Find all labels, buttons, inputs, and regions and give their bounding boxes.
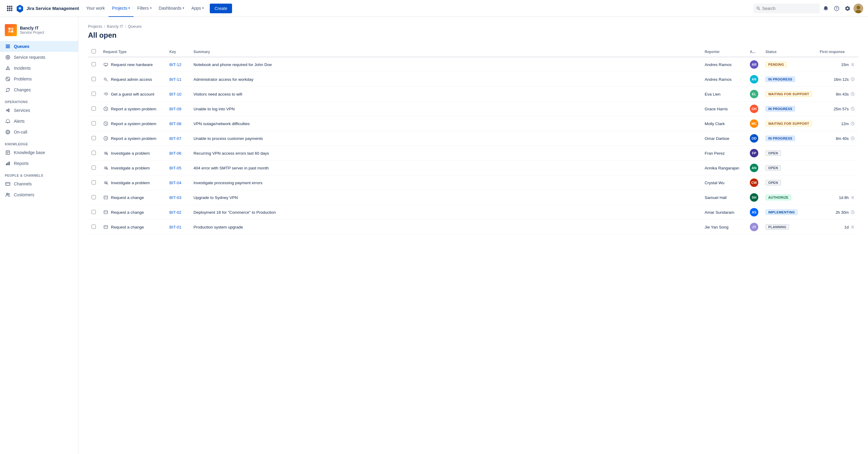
svg-rect-42 [9, 161, 10, 165]
th-reporter[interactable]: Reporter [701, 47, 746, 57]
sidebar-item-service-requests[interactable]: Service requests [0, 52, 78, 63]
th-first-response[interactable]: First response [816, 47, 858, 57]
request-type-icon [103, 195, 108, 200]
sidebar-item-services[interactable]: Services [0, 105, 78, 116]
apps-grid-icon[interactable] [5, 4, 14, 13]
request-type-cell: Report a system problem [99, 116, 166, 131]
th-assignee[interactable]: A... [746, 47, 762, 57]
breadcrumb-projects[interactable]: Projects [88, 24, 102, 29]
nav-dashboards[interactable]: Dashboards ▾ [155, 0, 188, 17]
sidebar-item-reports[interactable]: Reports [0, 158, 78, 169]
issue-key-link[interactable]: BIT-10 [169, 92, 181, 96]
row-checkbox[interactable] [92, 165, 96, 170]
issue-key-link[interactable]: BIT-06 [169, 151, 181, 156]
issue-key-link[interactable]: BIT-12 [169, 62, 181, 67]
summary-cell: Upgrade to Sydney VPN [190, 190, 701, 205]
issue-key-link[interactable]: BIT-11 [169, 77, 181, 82]
issue-key-link[interactable]: BIT-04 [169, 181, 181, 185]
sidebar-item-problems[interactable]: Problems [0, 73, 78, 84]
row-checkbox[interactable] [92, 210, 96, 214]
sidebar-item-customers[interactable]: Customers [0, 189, 78, 200]
th-request-type[interactable]: Request Type [99, 47, 166, 57]
issue-key-link[interactable]: BIT-07 [169, 136, 181, 141]
people-section-label: PEOPLE & CHANNELS [0, 169, 78, 178]
sidebar-item-queues[interactable]: Queues [0, 41, 78, 52]
reporter-cell: Andres Ramos [701, 57, 746, 72]
row-checkbox[interactable] [92, 136, 96, 140]
row-checkbox[interactable] [92, 180, 96, 184]
settings-button[interactable] [843, 4, 852, 13]
row-checkbox[interactable] [92, 92, 96, 96]
issue-key-link[interactable]: BIT-08 [169, 121, 181, 126]
assignee-cell: GH [746, 101, 762, 116]
breadcrumb-bancly-it[interactable]: Bancly IT [107, 24, 123, 29]
assignee-cell: JY [746, 220, 762, 235]
th-key[interactable]: Key [166, 47, 190, 57]
request-type-cell: Request admin access [99, 72, 166, 87]
row-checkbox[interactable] [92, 151, 96, 155]
status-cell: WAITING FOR SUPPORT [762, 116, 816, 131]
nav-projects[interactable]: Projects ▾ [108, 0, 134, 17]
changes-label: Changes [14, 87, 31, 92]
th-summary[interactable]: Summary [190, 47, 701, 57]
dashboards-chevron: ▾ [183, 6, 184, 10]
reporter-cell: Annika Rangarajan [701, 161, 746, 176]
svg-line-98 [852, 213, 854, 213]
row-checkbox[interactable] [92, 224, 96, 229]
sidebar-item-knowledge-base[interactable]: Knowledge base [0, 147, 78, 158]
issue-key-link[interactable]: BIT-02 [169, 210, 181, 215]
assignee-cell: OD [746, 131, 762, 146]
create-button[interactable]: Create [210, 4, 232, 13]
incidents-icon [5, 65, 11, 71]
first-response-cell: 2h 30m [816, 205, 858, 220]
row-checkbox[interactable] [92, 121, 96, 125]
sidebar-item-alerts[interactable]: Alerts [0, 116, 78, 127]
assignee-avatar: AS [750, 208, 758, 216]
nav-apps[interactable]: Apps ▾ [188, 0, 207, 17]
sidebar-item-incidents[interactable]: Incidents [0, 63, 78, 73]
project-info: Bancly IT Service Project [20, 26, 44, 35]
first-response-cell: 8m 40s [816, 131, 858, 146]
row-checkbox[interactable] [92, 77, 96, 81]
request-type-icon [103, 121, 108, 126]
issue-key-link[interactable]: BIT-09 [169, 107, 181, 111]
search-input[interactable] [762, 6, 817, 11]
table-header: Request Type Key Summary Reporter A... S… [88, 47, 858, 57]
sidebar-item-channels[interactable]: Channels [0, 178, 78, 189]
sidebar-item-changes[interactable]: Changes [0, 84, 78, 95]
status-badge: OPEN [766, 150, 781, 156]
breadcrumb-queues[interactable]: Queues [128, 24, 142, 29]
row-checkbox-cell [88, 72, 99, 87]
operations-section-label: OPERATIONS [0, 95, 78, 105]
nav-filters[interactable]: Filters ▾ [133, 0, 155, 17]
issue-key-link[interactable]: BIT-03 [169, 195, 181, 200]
status-cell: AUTHORIZE [762, 190, 816, 205]
sidebar-item-on-call[interactable]: On-call [0, 127, 78, 138]
issue-key-link[interactable]: BIT-01 [169, 225, 181, 230]
reporter-cell: Amar Sundaram [701, 205, 746, 220]
row-checkbox[interactable] [92, 107, 96, 111]
row-checkbox[interactable] [92, 62, 96, 66]
select-all-checkbox[interactable] [92, 49, 96, 53]
search-bar[interactable] [753, 4, 820, 13]
key-cell: BIT-03 [166, 190, 190, 205]
notifications-button[interactable] [821, 4, 831, 13]
svg-point-45 [7, 193, 8, 195]
reporter-cell: Crystal Wu [701, 176, 746, 190]
issue-key-link[interactable]: BIT-05 [169, 166, 181, 170]
app-logo[interactable]: Jira Service Management [16, 4, 79, 13]
assignee-cell: MC [746, 116, 762, 131]
th-status[interactable]: Status [762, 47, 816, 57]
breadcrumb: Projects / Bancly IT / Queues [88, 24, 858, 29]
apps-chevron: ▾ [202, 6, 204, 10]
reporter-cell: Grace Harris [701, 101, 746, 116]
summary-cell: Deployment 18 for "Commerce" to Producti… [190, 205, 701, 220]
assignee-cell: AR [746, 57, 762, 72]
request-type-icon [103, 150, 108, 156]
user-avatar[interactable] [854, 4, 863, 13]
request-type-cell: Investigate a problem [99, 176, 166, 190]
row-checkbox[interactable] [92, 195, 96, 199]
nav-your-work[interactable]: Your work [83, 0, 108, 17]
assignee-cell: AN [746, 161, 762, 176]
help-button[interactable]: ? [832, 4, 841, 13]
